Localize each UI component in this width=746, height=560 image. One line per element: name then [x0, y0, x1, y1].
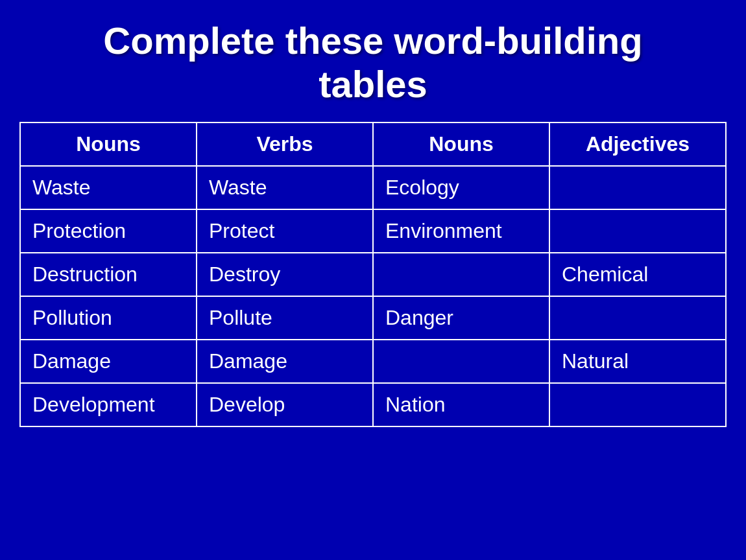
- header-verbs: Verbs: [197, 122, 373, 166]
- table-row: WasteWasteEcology: [20, 166, 726, 209]
- cell-1-0: Protection: [20, 209, 197, 253]
- header-nouns-2: Nouns: [373, 122, 549, 166]
- table-row: PollutionPolluteDanger: [20, 296, 726, 340]
- word-building-table: Nouns Verbs Nouns Adjectives WasteWasteE…: [19, 122, 727, 427]
- header-nouns-1: Nouns: [20, 122, 197, 166]
- cell-5-0: Development: [20, 383, 197, 426]
- cell-5-2: Nation: [373, 383, 549, 426]
- cell-0-0: Waste: [20, 166, 197, 209]
- cell-2-1: Destroy: [197, 253, 373, 296]
- cell-3-0: Pollution: [20, 296, 197, 340]
- cell-5-3: [549, 383, 726, 426]
- cell-1-3: [549, 209, 726, 253]
- cell-5-1: Develop: [197, 383, 373, 426]
- cell-2-2: [373, 253, 549, 296]
- table-row: DestructionDestroyChemical: [20, 253, 726, 296]
- cell-4-1: Damage: [197, 340, 373, 383]
- table-container: Nouns Verbs Nouns Adjectives WasteWasteE…: [19, 122, 727, 427]
- table-header-row: Nouns Verbs Nouns Adjectives: [20, 122, 726, 166]
- page-title: Complete these word-building tables: [103, 19, 642, 106]
- cell-4-3: Natural: [549, 340, 726, 383]
- cell-3-2: Danger: [373, 296, 549, 340]
- header-adjectives: Adjectives: [549, 122, 726, 166]
- cell-1-1: Protect: [197, 209, 373, 253]
- cell-3-1: Pollute: [197, 296, 373, 340]
- cell-0-1: Waste: [197, 166, 373, 209]
- cell-0-2: Ecology: [373, 166, 549, 209]
- cell-4-0: Damage: [20, 340, 197, 383]
- table-row: DevelopmentDevelopNation: [20, 383, 726, 426]
- cell-2-0: Destruction: [20, 253, 197, 296]
- table-row: DamageDamageNatural: [20, 340, 726, 383]
- cell-0-3: [549, 166, 726, 209]
- cell-2-3: Chemical: [549, 253, 726, 296]
- cell-3-3: [549, 296, 726, 340]
- table-row: ProtectionProtectEnvironment: [20, 209, 726, 253]
- cell-4-2: [373, 340, 549, 383]
- cell-1-2: Environment: [373, 209, 549, 253]
